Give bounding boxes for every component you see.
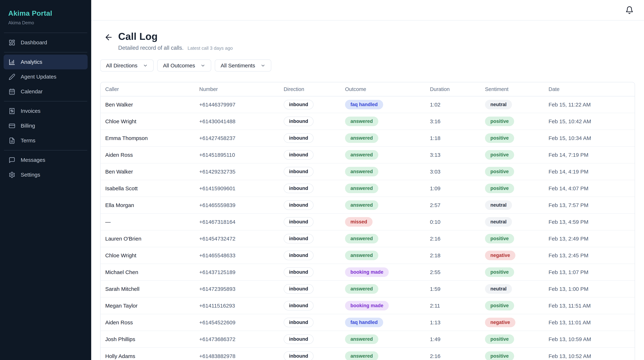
table-row[interactable]: Ben Walker+61429232735inboundanswered3:0… — [100, 163, 635, 180]
dashboard-icon — [9, 39, 15, 46]
outcome-badge: answered — [345, 251, 378, 260]
outcome-badge: booking made — [345, 301, 389, 310]
direction-badge: inbound — [284, 217, 314, 227]
sidebar-item-label: Billing — [21, 123, 35, 129]
sentiment-badge: positive — [485, 167, 514, 176]
arrow-left-icon — [104, 33, 113, 42]
sentiment-badge: positive — [485, 267, 514, 277]
number-cell: +61430041488 — [195, 118, 279, 124]
bell-icon — [625, 6, 634, 14]
outcome-badge: answered — [345, 284, 378, 294]
number-cell: +61427458237 — [195, 135, 279, 141]
sidebar-item-settings[interactable]: Settings — [4, 167, 88, 182]
direction-badge: inbound — [284, 351, 314, 360]
direction-badge: inbound — [284, 200, 314, 210]
table-row[interactable]: Emma Thompson+61427458237inboundanswered… — [100, 130, 635, 147]
number-cell: +61454522609 — [195, 319, 279, 326]
sentiment-badge: positive — [485, 117, 514, 126]
table-row[interactable]: Michael Chen+61437125189inboundbooking m… — [100, 264, 635, 281]
sidebar-item-billing[interactable]: Billing — [4, 118, 88, 133]
date-cell: Feb 13, 10:59 AM — [544, 336, 635, 342]
outcome-badge: missed — [345, 217, 372, 227]
direction-badge: inbound — [284, 100, 314, 109]
caller-cell: Chloe Wright — [100, 252, 195, 259]
sidebar-item-agent-updates[interactable]: Agent Updates — [4, 69, 88, 84]
sidebar-item-dashboard[interactable]: Dashboard — [4, 35, 88, 50]
table-row[interactable]: —+61467318164inboundmissed0:10neutralFeb… — [100, 214, 635, 231]
sidebar-item-messages[interactable]: Messages — [4, 153, 88, 167]
duration-cell: 1:02 — [425, 102, 480, 108]
caller-cell: Isabella Scott — [100, 186, 195, 192]
caller-cell: Emma Thompson — [100, 135, 195, 141]
outcome-badge: answered — [345, 150, 378, 160]
table-row[interactable]: Isabella Scott+61415909601inboundanswere… — [100, 180, 635, 197]
duration-cell: 2:11 — [425, 303, 480, 309]
duration-cell: 2:57 — [425, 202, 480, 208]
duration-cell: 0:10 — [425, 219, 480, 225]
table-row[interactable]: Holly Adams+61483882978inboundanswered2:… — [100, 348, 635, 360]
sidebar-item-label: Calendar — [21, 88, 43, 95]
caller-cell: Josh Phillips — [100, 336, 195, 342]
sentiment-badge: negative — [485, 251, 516, 260]
caller-cell: Chloe Wright — [100, 118, 195, 124]
sidebar-item-calendar[interactable]: Calendar — [4, 84, 88, 99]
table-row[interactable]: Lauren O'Brien+61454732472inboundanswere… — [100, 231, 635, 247]
column-header-number: Number — [195, 86, 279, 92]
sidebar-item-label: Settings — [21, 172, 40, 178]
duration-cell: 2:55 — [425, 269, 480, 275]
caller-cell: Sarah Mitchell — [100, 286, 195, 292]
date-cell: Feb 14, 4:19 PM — [544, 169, 635, 175]
table-row[interactable]: Aiden Ross+61454522609inboundfaq handled… — [100, 314, 635, 331]
title-block: Call Log Detailed record of all calls. L… — [118, 31, 233, 51]
sidebar-item-terms[interactable]: Terms — [4, 133, 88, 148]
notifications-button[interactable] — [625, 6, 634, 14]
page-header: Call Log Detailed record of all calls. L… — [100, 31, 635, 51]
table-body: Ben Walker+61446379997inboundfaq handled… — [100, 96, 635, 360]
table-row[interactable]: Chloe Wright+61465548633inboundanswered2… — [100, 247, 635, 264]
number-cell: +61467318164 — [195, 219, 279, 225]
column-header-duration: Duration — [425, 86, 480, 92]
document-icon — [9, 137, 15, 144]
calendar-icon — [9, 88, 15, 95]
outcome-badge: answered — [345, 184, 378, 193]
direction-badge: inbound — [284, 267, 314, 277]
duration-cell: 1:09 — [425, 186, 480, 192]
table-row[interactable]: Sarah Mitchell+61472395893inboundanswere… — [100, 281, 635, 297]
table-row[interactable]: Megan Taylor+61411516293inboundbooking m… — [100, 297, 635, 314]
back-button[interactable] — [104, 33, 113, 42]
number-cell: +61465559839 — [195, 202, 279, 208]
duration-cell: 2:16 — [425, 236, 480, 242]
table-row[interactable]: Chloe Wright+61430041488inboundanswered3… — [100, 113, 635, 130]
outcome-badge: answered — [345, 351, 378, 360]
sidebar-item-label: Messages — [21, 157, 45, 163]
caller-cell: Ben Walker — [100, 102, 195, 108]
table-row[interactable]: Ben Walker+61446379997inboundfaq handled… — [100, 96, 635, 113]
filter-label: All Outcomes — [163, 63, 195, 69]
table-row[interactable]: Ella Morgan+61465559839inboundanswered2:… — [100, 197, 635, 214]
sentiment-badge: positive — [485, 234, 514, 243]
latest-call-meta: Latest call 3 days ago — [188, 45, 233, 51]
caller-cell: — — [100, 219, 195, 225]
sentiment-badge: neutral — [485, 100, 512, 109]
caller-cell: Ben Walker — [100, 169, 195, 175]
outcome-badge: answered — [345, 133, 378, 143]
filter-all-outcomes[interactable]: All Outcomes — [157, 60, 211, 72]
table-row[interactable]: Aiden Ross+61451895110inboundanswered3:1… — [100, 147, 635, 163]
date-cell: Feb 15, 10:34 AM — [544, 135, 635, 141]
table-row[interactable]: Josh Phillips+61473686372inboundanswered… — [100, 331, 635, 348]
filter-all-directions[interactable]: All Directions — [100, 60, 154, 72]
column-header-caller: Caller — [100, 86, 195, 92]
outcome-badge: answered — [345, 334, 378, 344]
number-cell: +61437125189 — [195, 269, 279, 275]
filter-all-sentiments[interactable]: All Sentiments — [215, 60, 271, 72]
date-cell: Feb 13, 1:07 PM — [544, 269, 635, 275]
sidebar-item-analytics[interactable]: Analytics — [4, 55, 88, 69]
date-cell: Feb 13, 2:45 PM — [544, 252, 635, 259]
date-cell: Feb 13, 11:51 AM — [544, 303, 635, 309]
date-cell: Feb 15, 11:22 AM — [544, 102, 635, 108]
caller-cell: Aiden Ross — [100, 152, 195, 158]
call-log-table: CallerNumberDirectionOutcomeDurationSent… — [100, 82, 635, 360]
bar-chart-icon — [9, 59, 15, 65]
number-cell: +61465548633 — [195, 252, 279, 259]
sidebar-item-invoices[interactable]: Invoices — [4, 104, 88, 118]
